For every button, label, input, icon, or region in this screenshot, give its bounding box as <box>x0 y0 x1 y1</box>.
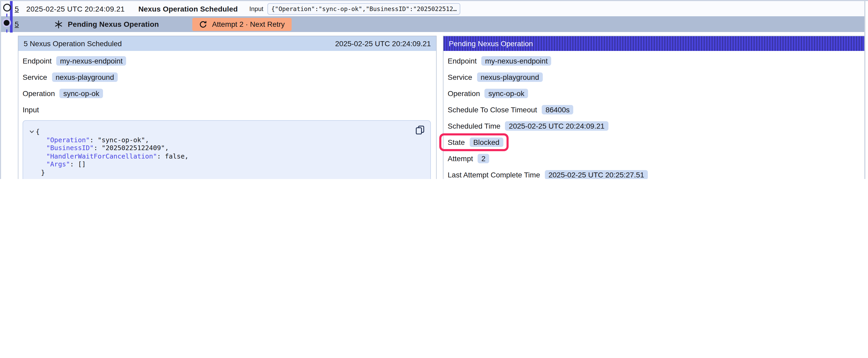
field-value-chip: 2025-02-25 UTC 20:25:27.51 <box>545 170 648 179</box>
field-value-chip: 2 <box>478 154 490 163</box>
field-value-chip: my-nexus-endpoint <box>57 56 126 66</box>
copy-icon[interactable] <box>415 126 425 134</box>
event-id-link[interactable]: 5 <box>15 20 20 28</box>
field-row: Last Attempt Complete Time2025-02-25 UTC… <box>448 169 860 179</box>
event-time: 2025-02-25 UTC 20:24:09.21 <box>26 4 125 13</box>
field-label: Schedule To Close Timeout <box>448 105 537 114</box>
field-label: Last Attempt Complete Time <box>448 171 540 179</box>
event-row-scheduled[interactable]: 5 2025-02-25 UTC 20:24:09.21 Nexus Opera… <box>1 1 865 16</box>
attempt-retry-badge: Attempt 2 · Next Retry <box>192 18 291 31</box>
code-text: "BusinessID": "20250225122409", <box>46 144 169 152</box>
code-line: "Operation": "sync-op-ok", <box>27 136 423 144</box>
event-row-pending[interactable]: 5 Pending Nexus Operation Attempt 2 · Ne… <box>1 16 865 32</box>
field-row: Servicenexus-playground <box>23 71 431 83</box>
field-value-chip: nexus-playground <box>52 72 118 82</box>
field-value-chip: sync-op-ok <box>60 89 103 98</box>
field-label: Endpoint <box>23 57 52 65</box>
event-name: Pending Nexus Operation <box>68 20 159 28</box>
field-label: Service <box>448 73 472 82</box>
code-text: "HandlerWaitForCancellation": false, <box>46 152 189 160</box>
scheduled-card-header: 5 Nexus Operation Scheduled 2025-02-25 U… <box>19 36 436 51</box>
pending-card-header: Pending Nexus Operation <box>443 36 865 51</box>
field-row: Servicenexus-playground <box>448 71 860 83</box>
event-name: Nexus Operation Scheduled <box>138 4 238 13</box>
field-label: Operation <box>448 89 480 98</box>
code-text: { <box>36 128 40 136</box>
field-label: Endpoint <box>448 57 477 65</box>
temporal-event-history-view: 5 2025-02-25 UTC 20:24:09.21 Nexus Opera… <box>0 0 868 179</box>
field-row: Endpointmy-nexus-endpoint <box>23 55 431 67</box>
field-value-chip: 86400s <box>542 105 573 115</box>
field-label: Attempt <box>448 154 473 163</box>
event-rows: 5 2025-02-25 UTC 20:24:09.21 Nexus Opera… <box>1 1 865 32</box>
retry-icon <box>199 20 207 28</box>
event-id-link[interactable]: 5 <box>15 4 20 13</box>
json-code-block: {"Operation": "sync-op-ok","BusinessID":… <box>23 120 431 179</box>
code-line: "HandlerWaitForCancellation": false, <box>27 152 423 160</box>
card-title: 5 Nexus Operation Scheduled <box>24 39 122 48</box>
pending-operation-card: Pending Nexus Operation Endpointmy-nexus… <box>443 36 865 179</box>
field-label: Scheduled Time <box>448 122 500 130</box>
pending-asterisk-icon <box>55 20 63 28</box>
input-preview-chip: {"Operation":"sync-op-ok","BusinessID":"… <box>268 3 461 14</box>
code-line: "BusinessID": "20250225122409", <box>27 144 423 152</box>
field-label: Input <box>23 105 39 114</box>
input-label: Input <box>249 5 263 12</box>
field-row: Operationsync-op-ok <box>23 88 431 99</box>
event-detail-panels: 5 Nexus Operation Scheduled 2025-02-25 U… <box>18 36 865 179</box>
field-value-chip: sync-op-ok <box>485 89 528 98</box>
scheduled-event-card: 5 Nexus Operation Scheduled 2025-02-25 U… <box>18 36 437 179</box>
code-line: } <box>27 168 423 176</box>
code-text: "Args": [] <box>46 160 86 168</box>
field-label: Operation <box>23 89 55 98</box>
field-label: State <box>448 138 465 147</box>
card-time: 2025-02-25 UTC 20:24:09.21 <box>335 39 431 48</box>
field-row: Schedule To Close Timeout86400s <box>448 104 860 116</box>
field-row: Endpointmy-nexus-endpoint <box>448 55 860 67</box>
code-line: "Args": [] <box>27 160 423 168</box>
field-row: Operationsync-op-ok <box>448 88 860 99</box>
code-text: } <box>41 168 45 176</box>
code-line: { <box>27 128 423 136</box>
field-row: Attempt2 <box>448 153 860 164</box>
field-row: Input <box>23 104 431 116</box>
field-value-chip: my-nexus-endpoint <box>482 56 552 66</box>
collapse-chevron-icon[interactable] <box>27 130 36 133</box>
annotated-field: StateBlocked <box>448 137 503 147</box>
field-row: StateBlocked <box>448 136 860 148</box>
field-row: Scheduled Time2025-02-25 UTC 20:24:09.21 <box>448 120 860 132</box>
code-text: "Operation": "sync-op-ok", <box>46 136 149 144</box>
field-value-chip: 2025-02-25 UTC 20:24:09.21 <box>505 121 608 131</box>
field-value-chip: Blocked <box>469 137 503 147</box>
attempt-badge-label: Attempt 2 · Next Retry <box>212 20 285 28</box>
field-value-chip: nexus-playground <box>477 72 543 82</box>
card-title: Pending Nexus Operation <box>449 39 533 48</box>
field-label: Service <box>23 73 47 82</box>
window-right-border <box>864 1 865 179</box>
